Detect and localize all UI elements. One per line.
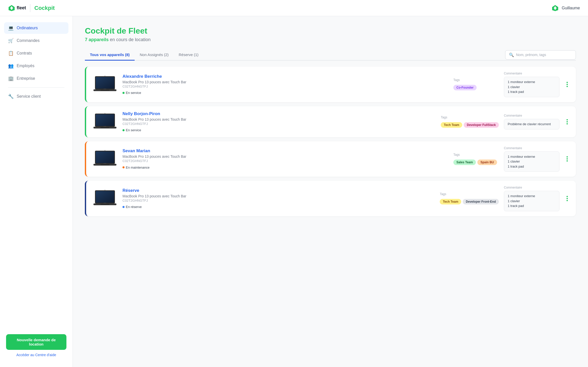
sidebar-item-entreprise-label: Entreprise xyxy=(17,76,35,81)
device-more-button[interactable] xyxy=(565,80,570,89)
device-name: Alexandre Berriche xyxy=(122,74,448,79)
sidebar-item-service-label: Service client xyxy=(17,94,41,99)
cockpit-label: Cockpit xyxy=(34,5,55,11)
comment-line: 1 moniteur externe xyxy=(508,154,556,159)
fleet-brand-label: fleet xyxy=(17,5,26,11)
tag: Tech Team xyxy=(440,199,461,204)
device-info: Réserve MacBook Pro 13 pouces avec Touch… xyxy=(122,188,435,209)
tags-label: Tags xyxy=(440,192,499,196)
device-card: Nelly Borjon-Piron MacBook Pro 13 pouces… xyxy=(85,106,576,137)
device-tags: Tags Sales TeamSpain BU xyxy=(453,153,499,165)
tag: Tech Team xyxy=(441,122,462,128)
sidebar-item-ordinateurs[interactable]: 💻 Ordinateurs xyxy=(4,22,68,34)
page-title-brand: Fleet xyxy=(128,26,147,35)
dot-menu-2 xyxy=(567,121,568,122)
device-image-container xyxy=(92,188,117,208)
svg-point-10 xyxy=(105,75,105,76)
svg-point-17 xyxy=(105,113,105,114)
status-text: En service xyxy=(126,91,141,95)
svg-rect-30 xyxy=(101,204,109,205)
comment-line: 1 clavier xyxy=(508,159,556,164)
device-card: Sevan Marian MacBook Pro 13 pouces avec … xyxy=(85,141,576,177)
status-dot xyxy=(122,166,125,168)
user-name: Guillaume xyxy=(562,6,580,10)
tags-label: Tags xyxy=(453,78,499,82)
laptop-icon: 💻 xyxy=(8,25,14,31)
device-card: Alexandre Berriche MacBook Pro 13 pouces… xyxy=(85,67,576,102)
svg-rect-27 xyxy=(96,191,114,203)
dot-menu-2 xyxy=(567,198,568,199)
dot-menu-3 xyxy=(567,200,568,201)
tag: Spain BU xyxy=(477,160,497,165)
dot-menu-1 xyxy=(567,156,568,158)
sidebar-divider xyxy=(8,87,64,88)
sidebar-item-commandes-label: Commandes xyxy=(17,38,40,43)
status-dot xyxy=(122,206,125,208)
tags-label: Tags xyxy=(453,153,499,156)
tags-label: Tags xyxy=(441,116,499,119)
dot-menu-1 xyxy=(567,119,568,120)
device-serial: C02T2GHNGTFJ xyxy=(122,159,448,163)
dot-menu-2 xyxy=(567,84,568,85)
tabs-bar: Tous vos appareils (8) Non Assignés (2) … xyxy=(85,49,576,61)
tags-list: Co-Founder xyxy=(453,85,499,90)
sidebar-item-ordinateurs-label: Ordinateurs xyxy=(17,26,38,30)
tab-non-assignes[interactable]: Non Assignés (2) xyxy=(135,49,174,61)
status-badge: En réserve xyxy=(122,205,142,209)
new-request-button[interactable]: Nouvelle demande de location xyxy=(6,334,66,350)
sidebar-item-entreprise[interactable]: 🏢 Entreprise xyxy=(4,73,68,84)
comment-line: 1 moniteur externe xyxy=(508,194,556,199)
svg-rect-23 xyxy=(101,164,109,165)
tag: Co-Founder xyxy=(453,85,477,90)
tab-reserve[interactable]: Réserve (1) xyxy=(174,49,204,61)
company-icon: 🏢 xyxy=(8,76,14,81)
comment-box: Problème de clavier récurrent xyxy=(504,119,559,129)
comment-label: Commentaire xyxy=(504,146,559,150)
device-more-button[interactable] xyxy=(565,194,570,203)
tab-tous[interactable]: Tous vos appareils (8) xyxy=(85,49,135,61)
comment-line: 1 track pad xyxy=(508,203,556,208)
comment-line: 1 track pad xyxy=(508,89,556,94)
device-model: MacBook Pro 13 pouces avec Touch Bar xyxy=(122,117,436,121)
comment-label: Commentaire xyxy=(504,186,559,189)
comment-box: 1 moniteur externe1 clavier1 track pad xyxy=(504,151,559,172)
nav-logo-area: fleet Cockpit xyxy=(8,4,55,12)
search-input[interactable] xyxy=(516,53,572,57)
sidebar-item-employes[interactable]: 👥 Employés xyxy=(4,60,68,72)
status-badge: En service xyxy=(122,128,141,132)
sidebar-item-commandes[interactable]: 🛒 Commandes xyxy=(4,35,68,46)
comment-line: 1 track pad xyxy=(508,164,556,169)
svg-rect-6 xyxy=(96,77,114,89)
status-text: En service xyxy=(126,128,141,132)
fleet-logo-right-icon xyxy=(552,5,559,12)
device-tags: Tags Tech TeamDeveloper Front-End xyxy=(440,192,499,204)
device-name: Réserve xyxy=(122,188,435,193)
status-dot xyxy=(122,129,125,131)
svg-rect-13 xyxy=(96,114,114,126)
fleet-logo[interactable]: fleet xyxy=(8,5,26,12)
sidebar-item-contrats[interactable]: 📋 Contrats xyxy=(4,47,68,59)
svg-rect-16 xyxy=(101,127,109,128)
tag: Developer FullStack xyxy=(464,122,499,128)
device-model: MacBook Pro 13 pouces avec Touch Bar xyxy=(122,80,448,84)
device-more-button[interactable] xyxy=(565,117,570,126)
device-more-button[interactable] xyxy=(565,154,570,164)
device-image-container xyxy=(92,149,117,169)
help-link[interactable]: Accéder au Centre d'aide xyxy=(6,353,66,357)
device-name: Nelly Borjon-Piron xyxy=(122,111,436,116)
layout: 💻 Ordinateurs 🛒 Commandes 📋 Contrats 👥 E… xyxy=(0,16,588,367)
device-model: MacBook Pro 13 pouces avec Touch Bar xyxy=(122,154,448,159)
dot-menu-2 xyxy=(567,158,568,160)
device-name: Sevan Marian xyxy=(122,148,448,153)
contracts-icon: 📋 xyxy=(8,50,14,56)
tabs-left: Tous vos appareils (8) Non Assignés (2) … xyxy=(85,49,204,60)
comment-line: 1 moniteur externe xyxy=(508,80,556,85)
fleet-logo-icon xyxy=(8,5,15,12)
tags-list: Tech TeamDeveloper Front-End xyxy=(440,199,499,204)
device-info: Nelly Borjon-Piron MacBook Pro 13 pouces… xyxy=(122,111,436,132)
comment-line: 1 clavier xyxy=(508,85,556,90)
comment-line: 1 clavier xyxy=(508,199,556,204)
device-serial: C02T2GHNGTFJ xyxy=(122,85,448,88)
device-card: Réserve MacBook Pro 13 pouces avec Touch… xyxy=(85,181,576,216)
sidebar-item-service-client[interactable]: 🔧 Service client xyxy=(4,91,68,102)
